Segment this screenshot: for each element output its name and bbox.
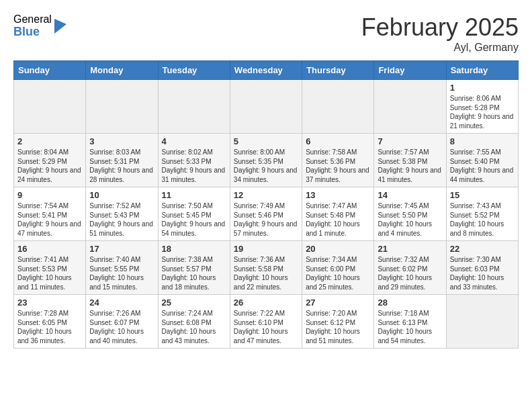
page-header: General Blue February 2025 Ayl, Germany [13,13,519,54]
calendar-table: SundayMondayTuesdayWednesdayThursdayFrid… [13,60,519,349]
day-number: 27 [306,298,370,308]
calendar-cell: 7Sunrise: 7:57 AM Sunset: 5:38 PM Daylig… [374,134,446,187]
calendar-cell: 5Sunrise: 8:00 AM Sunset: 5:35 PM Daylig… [230,134,302,187]
day-info: Sunrise: 7:41 AM Sunset: 5:53 PM Dayligh… [17,255,82,291]
calendar-cell: 18Sunrise: 7:38 AM Sunset: 5:57 PM Dayli… [158,241,230,295]
calendar-week-row: 9Sunrise: 7:54 AM Sunset: 5:41 PM Daylig… [14,187,519,241]
calendar-cell: 14Sunrise: 7:45 AM Sunset: 5:50 PM Dayli… [374,187,446,241]
calendar-cell: 6Sunrise: 7:58 AM Sunset: 5:36 PM Daylig… [302,134,374,187]
day-info: Sunrise: 8:03 AM Sunset: 5:31 PM Dayligh… [89,148,154,184]
day-number: 25 [162,298,226,308]
logo: General Blue [13,13,66,38]
day-info: Sunrise: 7:34 AM Sunset: 6:00 PM Dayligh… [306,255,370,291]
day-number: 8 [450,136,515,146]
calendar-cell: 25Sunrise: 7:24 AM Sunset: 6:08 PM Dayli… [158,295,230,349]
day-info: Sunrise: 7:57 AM Sunset: 5:38 PM Dayligh… [378,148,442,184]
day-info: Sunrise: 7:24 AM Sunset: 6:08 PM Dayligh… [162,309,226,345]
calendar-cell: 24Sunrise: 7:26 AM Sunset: 6:07 PM Dayli… [86,295,158,349]
calendar-cell: 28Sunrise: 7:18 AM Sunset: 6:13 PM Dayli… [374,295,446,349]
day-number: 11 [162,190,226,200]
day-header-friday: Friday [374,61,446,80]
day-info: Sunrise: 8:02 AM Sunset: 5:33 PM Dayligh… [162,148,226,184]
calendar-cell: 10Sunrise: 7:52 AM Sunset: 5:43 PM Dayli… [86,187,158,241]
day-info: Sunrise: 7:55 AM Sunset: 5:40 PM Dayligh… [450,148,515,184]
day-number: 2 [17,136,82,146]
day-info: Sunrise: 7:28 AM Sunset: 6:05 PM Dayligh… [17,309,82,345]
calendar-cell: 12Sunrise: 7:49 AM Sunset: 5:46 PM Dayli… [230,187,302,241]
calendar-title: February 2025 [361,13,519,42]
calendar-cell: 15Sunrise: 7:43 AM Sunset: 5:52 PM Dayli… [446,187,518,241]
day-info: Sunrise: 7:20 AM Sunset: 6:12 PM Dayligh… [306,309,370,345]
day-info: Sunrise: 7:18 AM Sunset: 6:13 PM Dayligh… [378,309,442,345]
day-info: Sunrise: 7:54 AM Sunset: 5:41 PM Dayligh… [17,201,82,238]
calendar-subtitle: Ayl, Germany [361,42,519,54]
day-info: Sunrise: 8:00 AM Sunset: 5:35 PM Dayligh… [234,148,298,184]
day-info: Sunrise: 7:30 AM Sunset: 6:03 PM Dayligh… [450,255,515,291]
calendar-cell [446,295,518,349]
calendar-week-row: 23Sunrise: 7:28 AM Sunset: 6:05 PM Dayli… [14,295,519,349]
day-info: Sunrise: 7:49 AM Sunset: 5:46 PM Dayligh… [234,201,298,238]
title-block: February 2025 Ayl, Germany [361,13,519,54]
calendar-cell: 11Sunrise: 7:50 AM Sunset: 5:45 PM Dayli… [158,187,230,241]
calendar-cell [86,80,158,134]
day-number: 21 [378,244,442,254]
calendar-cell: 21Sunrise: 7:32 AM Sunset: 6:02 PM Dayli… [374,241,446,295]
calendar-cell: 23Sunrise: 7:28 AM Sunset: 6:05 PM Dayli… [14,295,86,349]
day-number: 14 [378,190,442,200]
calendar-cell: 1Sunrise: 8:06 AM Sunset: 5:28 PM Daylig… [446,80,518,134]
day-number: 1 [450,83,515,93]
day-number: 6 [306,136,370,146]
day-number: 16 [17,244,82,254]
day-number: 13 [306,190,370,200]
day-info: Sunrise: 7:47 AM Sunset: 5:48 PM Dayligh… [306,201,370,238]
calendar-cell: 19Sunrise: 7:36 AM Sunset: 5:58 PM Dayli… [230,241,302,295]
calendar-cell [374,80,446,134]
day-number: 19 [234,244,298,254]
calendar-cell: 27Sunrise: 7:20 AM Sunset: 6:12 PM Dayli… [302,295,374,349]
day-number: 23 [17,298,82,308]
day-number: 18 [162,244,226,254]
day-header-sunday: Sunday [14,61,86,80]
day-info: Sunrise: 7:26 AM Sunset: 6:07 PM Dayligh… [89,309,154,345]
day-info: Sunrise: 7:38 AM Sunset: 5:57 PM Dayligh… [162,255,226,291]
day-header-wednesday: Wednesday [230,61,302,80]
calendar-header-row: SundayMondayTuesdayWednesdayThursdayFrid… [14,61,519,80]
logo-general: General [13,13,52,26]
calendar-cell: 8Sunrise: 7:55 AM Sunset: 5:40 PM Daylig… [446,134,518,187]
logo-icon [54,19,66,34]
day-number: 22 [450,244,515,254]
day-info: Sunrise: 7:58 AM Sunset: 5:36 PM Dayligh… [306,148,370,184]
day-number: 3 [89,136,154,146]
calendar-cell [14,80,86,134]
calendar-cell: 3Sunrise: 8:03 AM Sunset: 5:31 PM Daylig… [86,134,158,187]
day-number: 7 [378,136,442,146]
day-header-tuesday: Tuesday [158,61,230,80]
day-info: Sunrise: 7:45 AM Sunset: 5:50 PM Dayligh… [378,201,442,238]
day-header-monday: Monday [86,61,158,80]
day-number: 17 [89,244,154,254]
logo-blue: Blue [13,26,52,39]
calendar-cell: 20Sunrise: 7:34 AM Sunset: 6:00 PM Dayli… [302,241,374,295]
calendar-cell: 26Sunrise: 7:22 AM Sunset: 6:10 PM Dayli… [230,295,302,349]
calendar-cell: 2Sunrise: 8:04 AM Sunset: 5:29 PM Daylig… [14,134,86,187]
day-info: Sunrise: 7:32 AM Sunset: 6:02 PM Dayligh… [378,255,442,291]
day-info: Sunrise: 7:52 AM Sunset: 5:43 PM Dayligh… [89,201,154,238]
day-number: 28 [378,298,442,308]
calendar-cell: 17Sunrise: 7:40 AM Sunset: 5:55 PM Dayli… [86,241,158,295]
calendar-week-row: 2Sunrise: 8:04 AM Sunset: 5:29 PM Daylig… [14,134,519,187]
day-number: 4 [162,136,226,146]
day-info: Sunrise: 7:50 AM Sunset: 5:45 PM Dayligh… [162,201,226,238]
calendar-cell: 4Sunrise: 8:02 AM Sunset: 5:33 PM Daylig… [158,134,230,187]
day-info: Sunrise: 8:04 AM Sunset: 5:29 PM Dayligh… [17,148,82,184]
day-number: 15 [450,190,515,200]
calendar-cell: 13Sunrise: 7:47 AM Sunset: 5:48 PM Dayli… [302,187,374,241]
day-info: Sunrise: 7:40 AM Sunset: 5:55 PM Dayligh… [89,255,154,291]
day-number: 24 [89,298,154,308]
day-info: Sunrise: 8:06 AM Sunset: 5:28 PM Dayligh… [450,94,515,130]
svg-marker-0 [54,19,66,34]
day-header-thursday: Thursday [302,61,374,80]
day-number: 5 [234,136,298,146]
calendar-cell: 9Sunrise: 7:54 AM Sunset: 5:41 PM Daylig… [14,187,86,241]
day-number: 9 [17,190,82,200]
day-header-saturday: Saturday [446,61,518,80]
